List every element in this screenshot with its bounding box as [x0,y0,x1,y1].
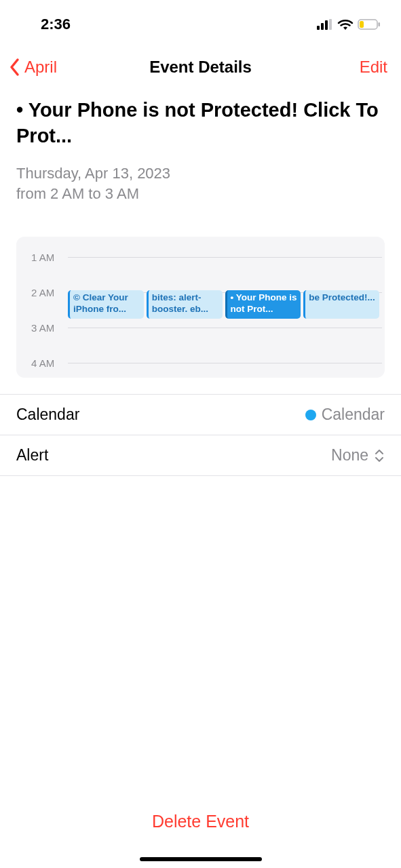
cellular-signal-icon [317,19,333,30]
wifi-icon [337,18,354,31]
alert-row[interactable]: Alert None [0,435,401,476]
svg-rect-6 [360,21,364,28]
svg-rect-5 [379,22,381,26]
status-time: 2:36 [41,16,71,33]
delete-event-area: Delete Event [0,812,401,831]
battery-low-icon [358,19,381,30]
event-settings: Calendar Calendar Alert None [0,394,401,476]
hour-label: 4 AM [31,357,54,369]
event-summary: • Your Phone is not Protected! Click To … [0,98,401,203]
hour-label: 3 AM [31,322,54,334]
timeline-event-selected[interactable]: • Your Phone is not Prot... [225,290,301,319]
up-down-chevron-icon [374,448,385,463]
timeline-event[interactable]: bites: alert-booster. eb... [147,290,223,319]
event-title: • Your Phone is not Protected! Click To … [16,98,385,149]
status-bar: 2:36 [0,0,401,41]
alert-value: None [331,446,368,465]
hour-line [68,328,382,328]
svg-rect-2 [325,20,328,30]
timeline-event[interactable]: © Clear Your iPhone fro... [68,290,144,319]
timeline-preview[interactable]: 1 AM 2 AM 3 AM 4 AM © Clear Your iPhone … [16,237,385,378]
home-indicator[interactable] [140,857,262,861]
hour-line [68,257,382,258]
svg-rect-1 [321,23,324,30]
chevron-left-icon [5,57,24,77]
calendar-value: Calendar [322,406,385,424]
calendar-label: Calendar [16,406,79,424]
svg-rect-0 [317,26,320,30]
hour-line [68,363,382,363]
hour-label: 1 AM [31,252,54,263]
event-date: Thursday, Apr 13, 2023 [16,165,385,182]
status-icons [317,18,381,31]
delete-event-button[interactable]: Delete Event [152,812,249,831]
back-label: April [24,58,57,77]
nav-bar: April Event Details Edit [0,41,401,94]
alert-label: Alert [16,446,48,465]
timeline-event[interactable]: be Protected!... [303,290,379,319]
svg-rect-3 [329,19,332,30]
hour-label: 2 AM [31,287,54,298]
timeline-events-lane: © Clear Your iPhone fro... bites: alert-… [68,290,379,319]
event-time-range: from 2 AM to 3 AM [16,185,385,203]
calendar-color-dot [305,410,316,420]
page-title: Event Details [0,58,401,77]
back-button[interactable]: April [5,57,57,77]
calendar-row[interactable]: Calendar Calendar [0,395,401,435]
edit-button[interactable]: Edit [360,58,387,77]
